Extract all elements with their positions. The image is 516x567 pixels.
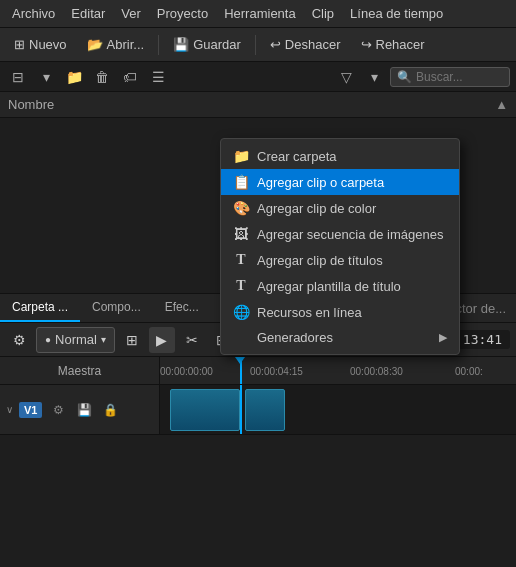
context-menu-label: Agregar clip o carpeta [257, 175, 384, 190]
redo-icon: ↪ [361, 37, 372, 52]
new-icon: ⊞ [14, 37, 25, 52]
context-menu-item-generadores[interactable]: Generadores ▶ [221, 325, 459, 350]
cut-icon-btn[interactable]: ✂ [179, 327, 205, 353]
timeline-ruler[interactable]: 00:00:00:00 00:00:04:15 00:00:08:30 00:0… [160, 357, 516, 384]
delete-icon-btn[interactable]: 🗑 [90, 65, 114, 89]
play-icon-btn[interactable]: ▶ [149, 327, 175, 353]
context-menu-label: Crear carpeta [257, 149, 336, 164]
col-sort-icon[interactable]: ▲ [495, 97, 508, 112]
search-icon: 🔍 [397, 70, 412, 84]
track-mute-icon-btn[interactable]: 💾 [74, 400, 94, 420]
tab-carpeta[interactable]: Carpeta ... [0, 294, 80, 322]
tag-icon-btn[interactable]: 🏷 [118, 65, 142, 89]
menu-archivo[interactable]: Archivo [4, 4, 63, 23]
folder-open-icon: 📂 [87, 37, 103, 52]
timeline-section: Maestra 00:00:00:00 00:00:04:15 00:00:08… [0, 357, 516, 435]
context-menu-label: Agregar secuencia de imágenes [257, 227, 443, 242]
context-menu-item-agregar-clip[interactable]: 📋 Agregar clip o carpeta [221, 169, 459, 195]
track-lock-icon-btn[interactable]: 🔒 [100, 400, 120, 420]
media-panel: ⊟ ▾ 📁 🗑 🏷 ☰ ▽ ▾ 🔍 Nombre ▲ 📁 Crear carpe… [0, 62, 516, 323]
folder-icon: 📁 [233, 148, 249, 164]
col-header-label: Nombre [8, 97, 54, 112]
context-menu-item-recursos[interactable]: 🌐 Recursos en línea [221, 299, 459, 325]
open-button[interactable]: 📂 Abrir... [79, 34, 153, 55]
mode-label: Normal [55, 332, 97, 347]
media-content[interactable]: 📁 Crear carpeta 📋 Agregar clip o carpeta… [0, 118, 516, 293]
list-icon-btn[interactable]: ☰ [146, 65, 170, 89]
new-button[interactable]: ⊞ Nuevo [6, 34, 75, 55]
timeline-header: Maestra 00:00:00:00 00:00:04:15 00:00:08… [0, 357, 516, 385]
ruler-mark-2: 00:00:08:30 [350, 365, 403, 376]
ruler-mark-0: 00:00:00:00 [160, 365, 213, 376]
tab-efec[interactable]: Efec... [153, 294, 211, 322]
save-icon: 💾 [173, 37, 189, 52]
ruler-mark-1: 00:00:04:15 [250, 365, 303, 376]
filter-chevron-btn[interactable]: ▾ [362, 65, 386, 89]
settings-icon-btn[interactable]: ⚙ [6, 327, 32, 353]
online-resources-icon: 🌐 [233, 304, 249, 320]
context-menu-label: Agregar clip de títulos [257, 253, 383, 268]
undo-button[interactable]: ↩ Deshacer [262, 34, 349, 55]
track-row-v1: ∨ V1 ⚙ 💾 🔒 [0, 385, 516, 435]
menu-ver[interactable]: Ver [113, 4, 149, 23]
clip-block-1[interactable] [170, 389, 240, 431]
track-settings-icon-btn[interactable]: ⚙ [48, 400, 68, 420]
track-content-v1[interactable] [160, 385, 516, 434]
track-expand-icon[interactable]: ∨ [6, 404, 13, 415]
context-menu-item-agregar-titulos[interactable]: T Agregar clip de títulos [221, 247, 459, 273]
title-clip-icon: T [233, 252, 249, 268]
track-playhead-line [240, 385, 242, 434]
timeline-master-label: Maestra [0, 357, 160, 384]
menu-herramienta[interactable]: Herramienta [216, 4, 304, 23]
redo-button[interactable]: ↪ Rehacer [353, 34, 433, 55]
mode-select[interactable]: ● Normal ▾ [36, 327, 115, 353]
context-menu-label: Agregar clip de color [257, 201, 376, 216]
main-toolbar: ⊞ Nuevo 📂 Abrir... 💾 Guardar ↩ Deshacer … [0, 28, 516, 62]
playhead-arrow-icon [235, 357, 245, 364]
track-controls-v1: ∨ V1 ⚙ 💾 🔒 [0, 385, 160, 434]
ruler-mark-3: 00:00: [455, 365, 483, 376]
submenu-arrow-icon: ▶ [439, 331, 447, 344]
clip-block-2[interactable] [245, 389, 285, 431]
mode-circle-icon: ● [45, 334, 51, 345]
title-template-icon: T [233, 278, 249, 294]
filter-icon-btn[interactable]: ▽ [334, 65, 358, 89]
color-clip-icon: 🎨 [233, 200, 249, 216]
context-menu-item-crear-carpeta[interactable]: 📁 Crear carpeta [221, 143, 459, 169]
mode-chevron-icon: ▾ [101, 334, 106, 345]
track-name-badge: V1 [19, 402, 42, 418]
in-point-icon-btn[interactable]: ⊞ [119, 327, 145, 353]
context-menu-item-agregar-plantilla[interactable]: T Agregar plantilla de título [221, 273, 459, 299]
chevron-down-icon-btn[interactable]: ▾ [34, 65, 58, 89]
toolbar-separator-1 [158, 35, 159, 55]
image-sequence-icon: 🖼 [233, 226, 249, 242]
context-menu-item-agregar-secuencia[interactable]: 🖼 Agregar secuencia de imágenes [221, 221, 459, 247]
context-menu-label: Agregar plantilla de título [257, 279, 401, 294]
menu-editar[interactable]: Editar [63, 4, 113, 23]
menubar: Archivo Editar Ver Proyecto Herramienta … [0, 0, 516, 28]
menu-proyecto[interactable]: Proyecto [149, 4, 216, 23]
col-header: Nombre ▲ [0, 92, 516, 118]
view-grid-icon-btn[interactable]: ⊟ [6, 65, 30, 89]
context-menu-label: Generadores [257, 330, 333, 345]
context-menu: 📁 Crear carpeta 📋 Agregar clip o carpeta… [220, 138, 460, 355]
undo-icon: ↩ [270, 37, 281, 52]
menu-clip[interactable]: Clip [304, 4, 342, 23]
context-menu-item-agregar-color[interactable]: 🎨 Agregar clip de color [221, 195, 459, 221]
toolbar-separator-2 [255, 35, 256, 55]
search-input[interactable] [416, 70, 503, 84]
new-folder-icon-btn[interactable]: 📁 [62, 65, 86, 89]
menu-linea-tiempo[interactable]: Línea de tiempo [342, 4, 451, 23]
media-toolbar: ⊟ ▾ 📁 🗑 🏷 ☰ ▽ ▾ 🔍 [0, 62, 516, 92]
playhead-indicator [240, 357, 242, 384]
clip-folder-icon: 📋 [233, 174, 249, 190]
tab-compo[interactable]: Compo... [80, 294, 153, 322]
save-button[interactable]: 💾 Guardar [165, 34, 249, 55]
search-box: 🔍 [390, 67, 510, 87]
context-menu-label: Recursos en línea [257, 305, 362, 320]
